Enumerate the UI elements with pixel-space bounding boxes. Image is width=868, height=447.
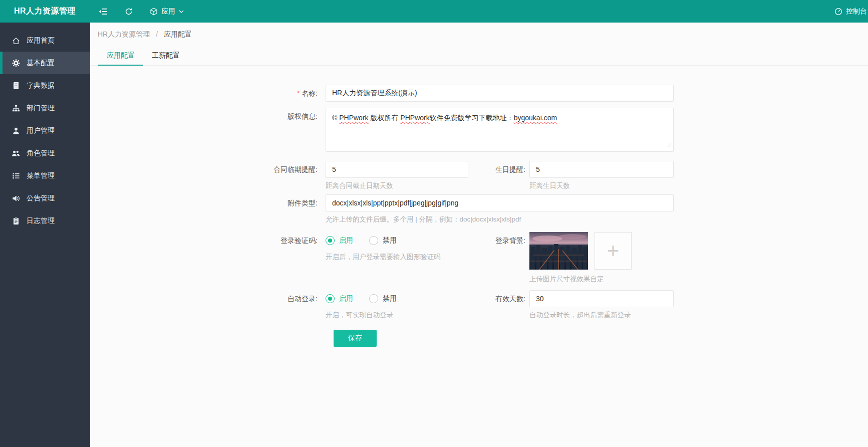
sidebar-item-users[interactable]: 用户管理 xyxy=(0,119,90,142)
app-cube-icon xyxy=(150,8,158,16)
breadcrumb: HR人力资源管理 / 应用配置 xyxy=(98,30,868,39)
login-captcha-radio-group: 启用 禁用 xyxy=(326,232,468,249)
contract-reminder-label: 合同临期提醒: xyxy=(90,161,326,178)
plus-icon: + xyxy=(607,241,620,262)
required-mark: * xyxy=(297,89,300,97)
sidebar-item-label: 角色管理 xyxy=(27,149,55,158)
login-captcha-radio-disable[interactable]: 禁用 xyxy=(369,236,397,245)
attachment-types-input[interactable] xyxy=(326,194,674,211)
sidebar-item-label: 字典数据 xyxy=(27,81,55,90)
valid-days-input[interactable] xyxy=(529,290,674,307)
birthday-reminder-label: 生日提醒: xyxy=(468,161,529,178)
app-menu-dropdown[interactable]: 应用 xyxy=(141,0,192,23)
book-icon xyxy=(12,82,20,90)
collapse-menu-icon xyxy=(99,8,108,15)
radio-unchecked-icon xyxy=(369,294,378,303)
app-config-form: *名称: 版权信息: © PHPwork 版权所有 PHPwork软件免费版学习… xyxy=(90,85,868,347)
clipboard-icon xyxy=(12,217,20,225)
upload-plus-button[interactable]: + xyxy=(595,232,632,270)
sidebar-item-home[interactable]: 应用首页 xyxy=(0,29,90,52)
sidebar-item-basic-config[interactable]: 基本配置 xyxy=(0,52,90,74)
auto-login-label: 自动登录: xyxy=(90,290,326,307)
breadcrumb-current: 应用配置 xyxy=(164,30,192,38)
auto-login-hint: 开启，可实现自动登录 xyxy=(326,311,468,320)
dashboard-icon xyxy=(834,8,842,16)
copyright-text: © xyxy=(332,114,339,122)
sidebar-item-label: 基本配置 xyxy=(27,59,55,68)
user-icon xyxy=(12,127,20,135)
sidebar-item-label: 菜单管理 xyxy=(27,171,55,180)
refresh-button[interactable] xyxy=(116,0,141,23)
sidebar-item-label: 部门管理 xyxy=(27,104,55,113)
login-background-thumbnail[interactable] xyxy=(529,232,588,270)
radio-checked-icon xyxy=(326,236,335,245)
top-header: HR人力资源管理 应用 控制台 xyxy=(0,0,868,23)
name-label: *名称: xyxy=(90,85,326,102)
refresh-icon xyxy=(125,8,133,16)
list-icon xyxy=(12,172,20,180)
radio-unchecked-icon xyxy=(369,236,378,245)
copyright-text: PHPwork xyxy=(339,114,368,122)
sidebar-item-menus[interactable]: 菜单管理 xyxy=(0,164,90,187)
attachment-types-hint: 允许上传的文件后缀。多个用 | 分隔，例如：doc|docx|xlsx|xls|… xyxy=(326,215,674,224)
auto-login-radio-enable[interactable]: 启用 xyxy=(326,294,353,303)
login-background-hint: 上传图片尺寸视效果自定 xyxy=(529,275,632,284)
copyright-label: 版权信息: xyxy=(90,108,326,125)
copyright-text: 版权所有 xyxy=(369,114,401,122)
tab-salary-config[interactable]: 工薪配置 xyxy=(143,46,188,65)
auto-login-radio-disable[interactable]: 禁用 xyxy=(369,294,397,303)
sidebar-item-label: 日志管理 xyxy=(27,216,55,226)
name-input[interactable] xyxy=(326,85,674,102)
textarea-resize-handle[interactable] xyxy=(667,139,672,150)
chevron-down-icon xyxy=(179,10,184,13)
login-captcha-hint: 开启后，用户登录需要输入图形验证码 xyxy=(326,253,468,262)
valid-days-label: 有效天数: xyxy=(468,290,529,307)
attachment-types-label: 附件类型: xyxy=(90,194,326,211)
sitemap-icon xyxy=(12,104,20,112)
app-menu-label: 应用 xyxy=(161,7,175,16)
copyright-textarea[interactable]: © PHPwork 版权所有 PHPwork软件免费版学习下载地址：bygouk… xyxy=(326,108,674,152)
console-label: 控制台 xyxy=(846,7,867,16)
sidebar-item-departments[interactable]: 部门管理 xyxy=(0,97,90,119)
radio-checked-icon xyxy=(326,294,335,303)
contract-reminder-hint: 距离合同截止日期天数 xyxy=(326,181,468,190)
contract-reminder-input[interactable] xyxy=(326,161,468,178)
collapse-sidebar-button[interactable] xyxy=(90,0,116,23)
sidebar-item-announcements[interactable]: 公告管理 xyxy=(0,187,90,209)
sidebar-item-logs[interactable]: 日志管理 xyxy=(0,209,90,232)
main-content: HR人力资源管理 / 应用配置 应用配置 工薪配置 *名称: 版权信息: © P… xyxy=(90,23,868,447)
tab-app-config[interactable]: 应用配置 xyxy=(98,46,143,65)
sidebar-item-label: 公告管理 xyxy=(27,194,55,203)
speaker-icon xyxy=(12,194,20,202)
tab-bar: 应用配置 工薪配置 xyxy=(90,46,868,66)
save-button[interactable]: 保存 xyxy=(334,330,377,347)
copyright-text: 软件免费版学习下载地址： xyxy=(430,114,514,122)
copyright-text: PHPwork xyxy=(400,114,429,122)
app-logo-title: HR人力资源管理 xyxy=(0,0,90,23)
header-right: 控制台 xyxy=(827,0,868,23)
header-nav: 应用 xyxy=(90,0,192,23)
login-captcha-radio-enable[interactable]: 启用 xyxy=(326,236,353,245)
gear-icon xyxy=(12,59,20,67)
copyright-text: bygoukai.com xyxy=(514,114,557,122)
sidebar: 应用首页 基本配置 字典数据 部门管理 用户管理 角色管理 菜单管理 xyxy=(0,23,90,447)
sidebar-item-dictionary[interactable]: 字典数据 xyxy=(0,74,90,97)
sidebar-item-label: 应用首页 xyxy=(27,36,55,45)
breadcrumb-separator: / xyxy=(156,30,158,38)
console-link[interactable]: 控制台 xyxy=(827,0,868,23)
birthday-reminder-input[interactable] xyxy=(529,161,674,178)
login-background-label: 登录背景: xyxy=(468,232,529,249)
login-background-uploader: + xyxy=(529,232,632,270)
sidebar-item-roles[interactable]: 角色管理 xyxy=(0,142,90,164)
sidebar-item-label: 用户管理 xyxy=(27,126,55,135)
home-icon xyxy=(12,37,20,45)
login-captcha-label: 登录验证码: xyxy=(90,232,326,249)
users-icon xyxy=(12,149,20,157)
breadcrumb-app[interactable]: HR人力资源管理 xyxy=(98,30,150,38)
auto-login-radio-group: 启用 禁用 xyxy=(326,290,468,307)
birthday-reminder-hint: 距离生日天数 xyxy=(529,181,674,190)
valid-days-hint: 自动登录时长，超出后需重新登录 xyxy=(529,311,674,320)
